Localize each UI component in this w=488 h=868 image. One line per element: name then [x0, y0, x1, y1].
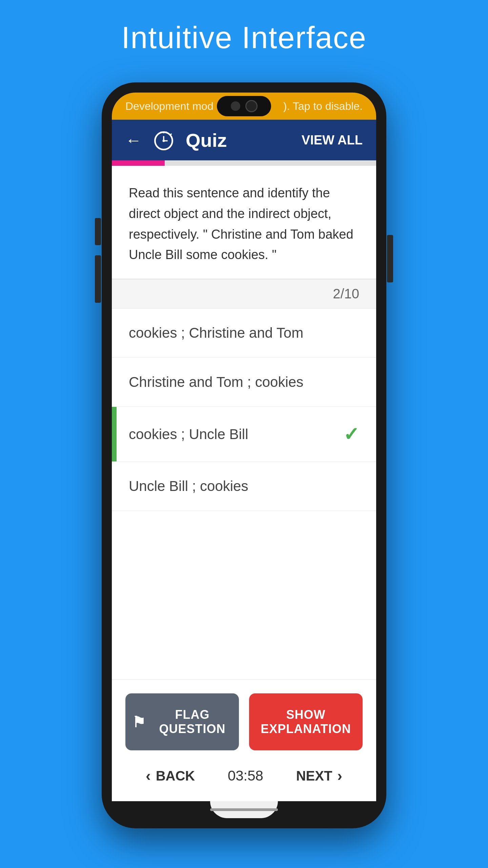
svg-line-7 — [170, 134, 172, 135]
option-1[interactable]: cookies ; Christine and Tom — [112, 309, 376, 358]
question-text: Read this sentence and identify the dire… — [129, 183, 359, 265]
back-nav-button[interactable]: ‹ BACK — [146, 767, 195, 784]
progress-bar-container — [112, 160, 376, 166]
option-4-text: Uncle Bill ; cookies — [129, 478, 359, 494]
option-2[interactable]: Christine and Tom ; cookies — [112, 358, 376, 407]
camera-notch — [217, 96, 271, 116]
bottom-area: ⚑ FLAG QUESTION SHOW EXPLANATION ‹ BACK … — [112, 679, 376, 801]
volume-down-button — [95, 255, 101, 303]
view-all-button[interactable]: VIEW ALL — [302, 133, 363, 147]
action-buttons: ⚑ FLAG QUESTION SHOW EXPLANATION — [125, 693, 363, 750]
dev-mode-right-text: ). Tap to disable. — [283, 100, 363, 113]
back-nav-label: BACK — [156, 768, 195, 784]
progress-bar-fill — [112, 160, 165, 166]
option-4[interactable]: Uncle Bill ; cookies — [112, 462, 376, 511]
back-chevron-icon: ‹ — [146, 767, 151, 784]
check-icon: ✓ — [343, 423, 359, 445]
phone-screen: ← Quiz VIEW ALL — [112, 120, 376, 801]
power-button — [387, 235, 393, 282]
notification-banner: Development mod ). Tap to disable. — [112, 93, 376, 120]
phone-mockup: Development mod ). Tap to disable. ← — [102, 82, 386, 828]
option-3-text: cookies ; Uncle Bill — [129, 426, 343, 442]
flag-question-button[interactable]: ⚑ FLAG QUESTION — [125, 693, 239, 750]
correct-indicator — [112, 407, 117, 461]
next-nav-label: NEXT — [296, 768, 332, 784]
navigation-bar: ‹ BACK 03:58 NEXT › — [125, 761, 363, 788]
question-counter: 2/10 — [112, 279, 376, 309]
back-button[interactable]: ← — [125, 131, 142, 150]
question-area: Read this sentence and identify the dire… — [112, 166, 376, 279]
timer-display: 03:58 — [228, 768, 263, 784]
option-3[interactable]: cookies ; Uncle Bill ✓ — [112, 407, 376, 462]
option-2-text: Christine and Tom ; cookies — [129, 374, 359, 390]
bottom-bar — [210, 801, 278, 818]
app-header: ← Quiz VIEW ALL — [112, 120, 376, 160]
flag-icon: ⚑ — [132, 713, 146, 731]
next-nav-button[interactable]: NEXT › — [296, 767, 342, 784]
header-title: Quiz — [186, 129, 291, 151]
volume-up-button — [95, 218, 101, 245]
page-title: Intuitive Interface — [121, 20, 366, 55]
show-explanation-button[interactable]: SHOW EXPLANATION — [249, 693, 363, 750]
quiz-icon — [152, 128, 176, 152]
option-1-text: cookies ; Christine and Tom — [129, 325, 359, 341]
home-indicator — [210, 808, 278, 811]
options-container: cookies ; Christine and Tom Christine an… — [112, 309, 376, 679]
dev-mode-left-text: Development mod — [125, 100, 214, 113]
side-buttons-right — [387, 235, 393, 282]
speaker — [231, 101, 240, 111]
next-chevron-icon: › — [337, 767, 342, 784]
camera-lens — [245, 100, 258, 112]
side-buttons-left — [95, 218, 101, 303]
svg-point-6 — [163, 140, 165, 142]
flag-button-label: FLAG QUESTION — [152, 708, 232, 736]
